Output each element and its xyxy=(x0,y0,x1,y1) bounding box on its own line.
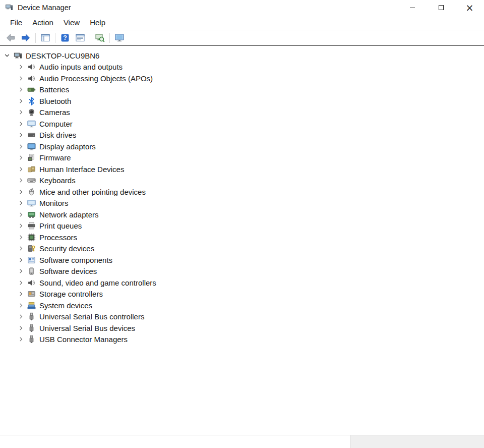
device-category-icon xyxy=(27,131,36,139)
chevron-right-icon[interactable] xyxy=(17,199,25,207)
device-category-icon xyxy=(27,120,36,128)
tree-item[interactable]: Firmware xyxy=(0,152,484,164)
device-category-icon xyxy=(27,290,36,298)
chevron-right-icon[interactable] xyxy=(17,74,25,82)
toolbar xyxy=(0,30,484,46)
menu-view[interactable]: View xyxy=(58,16,85,29)
close-button[interactable]: × xyxy=(455,0,484,15)
tree-item[interactable]: Software devices xyxy=(0,266,484,277)
tree-item[interactable]: Processors xyxy=(0,232,484,243)
tree-item-label: Print queues xyxy=(39,221,82,230)
tree-item[interactable]: Display adaptors xyxy=(0,141,484,152)
tree-children: Audio inputs and outputs Audio Processin… xyxy=(0,62,484,346)
tree-item[interactable]: Mice and other pointing devices xyxy=(0,186,484,198)
tree-item[interactable]: Monitors xyxy=(0,198,484,209)
device-category-icon xyxy=(27,165,36,174)
tree-item[interactable]: Computer xyxy=(0,118,484,130)
tree-item[interactable]: Keyboards xyxy=(0,175,484,187)
tree-item-label: Software devices xyxy=(39,267,97,275)
chevron-right-icon[interactable] xyxy=(17,177,25,185)
menu-help[interactable]: Help xyxy=(85,16,110,29)
device-category-icon xyxy=(27,233,36,242)
tree-item[interactable]: Universal Serial Bus devices xyxy=(0,322,484,334)
tree-item[interactable]: Bluetooth xyxy=(0,95,484,107)
chevron-right-icon[interactable] xyxy=(17,278,25,287)
scan-for-hardware-changes-button[interactable] xyxy=(92,31,107,44)
chevron-right-icon[interactable] xyxy=(17,233,25,241)
help-icon xyxy=(60,33,70,43)
device-category-icon xyxy=(27,108,36,117)
tree-item[interactable]: Universal Serial Bus controllers xyxy=(0,311,484,323)
device-category-icon xyxy=(27,188,36,196)
tree-item-label: Software components xyxy=(39,256,112,264)
close-icon: × xyxy=(466,3,474,13)
tree-item[interactable]: Software components xyxy=(0,254,484,266)
chevron-right-icon[interactable] xyxy=(17,301,25,309)
tree-item[interactable]: Network adapters xyxy=(0,209,484,220)
tree-item-label: Bluetooth xyxy=(39,97,71,105)
device-category-icon xyxy=(27,256,36,264)
tree-item[interactable]: Audio inputs and outputs xyxy=(0,62,484,73)
chevron-right-icon[interactable] xyxy=(17,222,25,230)
chevron-right-icon[interactable] xyxy=(17,63,25,71)
tree-item[interactable]: Storage controllers xyxy=(0,289,484,300)
tree-item-label: Cameras xyxy=(39,108,70,117)
show-hide-console-tree-button[interactable] xyxy=(38,31,53,44)
chevron-right-icon[interactable] xyxy=(17,108,25,117)
tree-item-label: Sound, video and game controllers xyxy=(39,278,156,287)
chevron-right-icon[interactable] xyxy=(17,142,25,150)
tree-item-label: Computer xyxy=(39,120,73,128)
tree-item[interactable]: Security devices xyxy=(0,243,484,255)
statusbar-right-panel xyxy=(350,435,484,448)
tree-item[interactable]: Cameras xyxy=(0,107,484,119)
chevron-right-icon[interactable] xyxy=(17,165,25,173)
tree-item-label: Audio inputs and outputs xyxy=(39,63,123,71)
chevron-right-icon[interactable] xyxy=(17,154,25,162)
console-tree-icon xyxy=(40,33,50,43)
minimize-button[interactable] xyxy=(398,0,427,15)
tree-item-label: Mice and other pointing devices xyxy=(39,188,146,196)
tree-item-label: Universal Serial Bus devices xyxy=(39,324,135,332)
help-button[interactable] xyxy=(57,31,73,44)
chevron-down-icon[interactable] xyxy=(3,51,11,60)
window-controls: × xyxy=(398,0,484,15)
tree-item-label: Processors xyxy=(39,233,77,242)
chevron-right-icon[interactable] xyxy=(17,324,25,332)
tree-root-item[interactable]: DESKTOP-UCU9BN6 xyxy=(0,50,484,62)
tree-item-label: System devices xyxy=(39,301,92,310)
menu-action[interactable]: Action xyxy=(27,16,58,29)
tree-item[interactable]: Human Interface Devices xyxy=(0,163,484,175)
tree-item[interactable]: Sound, video and game controllers xyxy=(0,277,484,289)
chevron-right-icon[interactable] xyxy=(17,131,25,139)
properties-button[interactable] xyxy=(73,31,88,44)
chevron-right-icon[interactable] xyxy=(17,245,25,253)
chevron-right-icon[interactable] xyxy=(17,210,25,218)
chevron-right-icon[interactable] xyxy=(17,290,25,298)
maximize-button[interactable] xyxy=(427,0,455,15)
chevron-right-icon[interactable] xyxy=(17,86,25,94)
forward-button[interactable] xyxy=(18,31,33,44)
device-category-icon xyxy=(27,267,36,275)
tree-item-label: Audio Processing Objects (APOs) xyxy=(39,74,153,83)
chevron-right-icon[interactable] xyxy=(17,267,25,275)
chevron-right-icon[interactable] xyxy=(17,256,25,264)
device-category-icon xyxy=(27,301,36,310)
tree-item[interactable]: Print queues xyxy=(0,220,484,232)
tree-item[interactable]: Disk drives xyxy=(0,130,484,141)
devices-button[interactable] xyxy=(112,31,127,44)
device-category-icon xyxy=(27,244,36,253)
device-category-icon xyxy=(27,199,36,207)
chevron-right-icon[interactable] xyxy=(17,120,25,128)
titlebar: Device Manager × xyxy=(0,0,484,15)
menu-file[interactable]: File xyxy=(5,16,27,29)
chevron-right-icon[interactable] xyxy=(17,97,25,105)
tree-item[interactable]: Audio Processing Objects (APOs) xyxy=(0,73,484,84)
tree-item[interactable]: Batteries xyxy=(0,84,484,96)
device-category-icon xyxy=(27,97,36,105)
chevron-right-icon[interactable] xyxy=(17,188,25,196)
chevron-right-icon[interactable] xyxy=(17,313,25,321)
chevron-right-icon[interactable] xyxy=(17,335,25,344)
tree-item[interactable]: USB Connector Managers xyxy=(0,334,484,346)
tree-item[interactable]: System devices xyxy=(0,300,484,311)
back-button[interactable] xyxy=(3,31,18,44)
